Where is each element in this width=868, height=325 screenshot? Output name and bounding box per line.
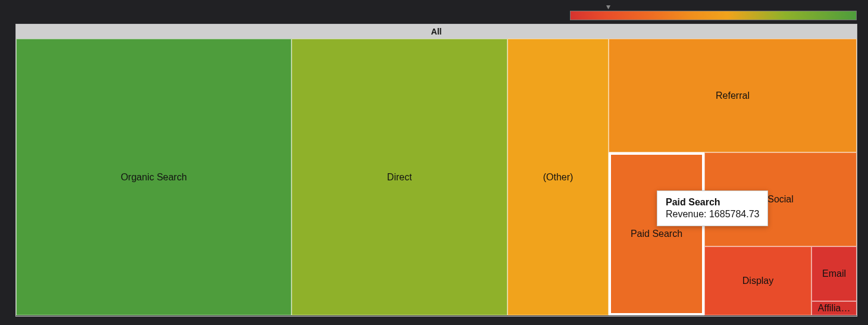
legend-caret-icon: ▾ [606,2,610,11]
treemap-cell-label: Referral [716,90,750,101]
tooltip: Paid Search Revenue: 1685784.73 [657,190,768,226]
tooltip-metric-label: Revenue [666,209,704,219]
treemap-cell-label: Organic Search [121,172,187,183]
treemap-cell[interactable]: Referral [609,39,857,152]
treemap-cell[interactable]: Organic Search [16,39,292,315]
treemap-root-header[interactable]: All [16,24,857,39]
treemap-cell-label: Email [822,268,846,279]
tooltip-title: Paid Search [666,197,759,208]
treemap-cell-label: Direct [387,172,412,183]
treemap-cell[interactable]: (Other) [507,39,609,315]
treemap-cell-label: Paid Search [631,229,682,239]
tooltip-metric: Revenue: 1685784.73 [666,209,759,220]
treemap-cell-label: Social [767,194,794,205]
chart-stage: ▾ All Organic SearchDirect(Other)Referra… [0,0,868,325]
tooltip-metric-value: 1685784.73 [709,209,760,219]
treemap-cell[interactable]: Direct [292,39,507,315]
color-scale-legend[interactable] [570,11,857,20]
treemap-cell[interactable]: Paid Search [609,152,704,315]
treemap-cell[interactable]: Email [811,246,857,301]
treemap-cell-label: Affilia… [818,303,851,314]
treemap-plot: All Organic SearchDirect(Other)ReferralP… [15,24,857,317]
treemap-cell[interactable]: Display [704,246,811,315]
treemap-cell-label: (Other) [543,172,574,183]
treemap-cell-label: Display [742,276,773,286]
treemap-cell[interactable]: Affilia… [811,301,857,315]
